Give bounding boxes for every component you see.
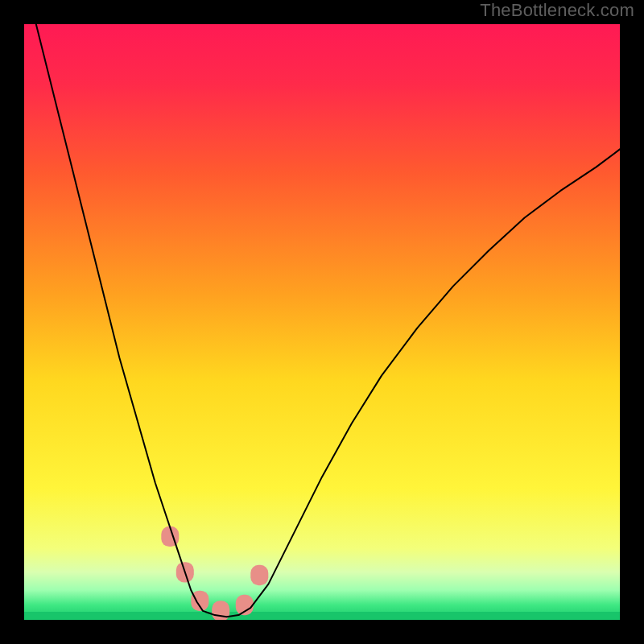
watermark-text: TheBottleneck.com <box>480 0 634 21</box>
marker-point <box>191 591 208 611</box>
figure-root: TheBottleneck.com <box>0 0 644 644</box>
baseline-band <box>24 612 620 620</box>
chart-background <box>24 24 620 620</box>
chart-svg <box>24 24 620 620</box>
plot-area <box>24 24 620 620</box>
marker-point <box>250 565 268 585</box>
